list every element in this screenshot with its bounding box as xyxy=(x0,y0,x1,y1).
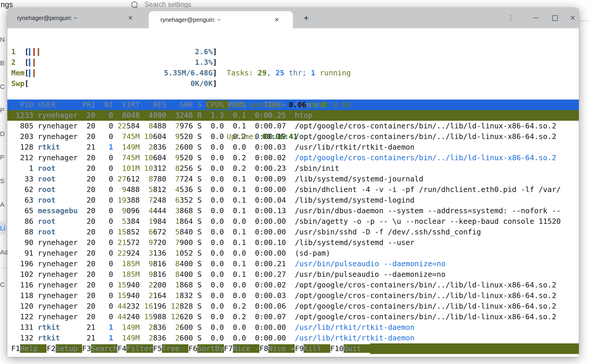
column-header-ni[interactable]: NI xyxy=(100,100,117,109)
cell-nice: 0 xyxy=(100,196,113,204)
value-thousands: 12 xyxy=(171,302,180,310)
terminal-content[interactable]: 1 [2.6%]2 [1.3%]Mem[5.35M/6.48G]Swp[0K/0… xyxy=(7,28,579,357)
cell-user: rynehager xyxy=(38,281,77,289)
process-row[interactable]: 196 rynehager 20 0 185M 9816 8400 S 0.0 … xyxy=(7,259,579,269)
value-thousands: 7 xyxy=(175,122,180,130)
sidebar-item-fragment[interactable]: D xyxy=(0,130,8,138)
column-header-shr[interactable]: SHR xyxy=(171,100,197,109)
value-thousands: 9 xyxy=(122,185,126,194)
process-row[interactable]: 132 rtkit 21 1 149M 2836 2600 S 0.0 0.0 … xyxy=(7,333,579,343)
column-header-res[interactable]: RES xyxy=(144,100,171,109)
sidebar-item-fragment[interactable]: P xyxy=(0,106,8,115)
uptime-value: 00:06:41 xyxy=(262,132,297,141)
menu-kebab-icon[interactable]: ⋮ xyxy=(506,8,515,28)
meter-close-bracket: ] xyxy=(213,78,217,89)
maximize-button[interactable] xyxy=(551,8,559,28)
column-header-cpu[interactable]: CPU% xyxy=(206,100,228,109)
close-window-button[interactable]: ✕ xyxy=(568,8,577,28)
column-header-user[interactable]: USER xyxy=(38,100,82,109)
terminal-window: rynehager@penguin: ~ ✕ rynehager@penguin… xyxy=(7,8,579,357)
fkey-f1[interactable]: F1Help xyxy=(11,343,47,354)
cell-command: /opt/google/cros-containers/bin/../lib/l… xyxy=(295,312,556,321)
sidebar-item-fragment[interactable]: C xyxy=(0,82,8,91)
process-row[interactable]: 102 rynehager 20 0 185M 9816 8400 S 0.0 … xyxy=(7,269,579,280)
fkey-number: F5 xyxy=(153,344,162,353)
fkey-number: F1 xyxy=(11,344,20,353)
process-row[interactable]: 63 root 20 0 19388 7248 6352 S 0.0 0.1 0… xyxy=(7,195,579,206)
fkey-f6[interactable]: F6SortBy xyxy=(188,343,224,354)
fkey-label: Tree xyxy=(162,344,188,353)
fkey-f4[interactable]: F4Filter xyxy=(117,343,153,354)
fkey-number: F8 xyxy=(259,344,268,353)
sidebar-item-fragment[interactable]: C xyxy=(0,280,8,289)
load-average-line: Load average: 0.06 0.08 0.04 xyxy=(227,100,351,110)
process-row[interactable]: 86 root 20 0 5384 1984 1864 S 0.0 0.0 0:… xyxy=(7,216,579,227)
fkey-label: Quit xyxy=(344,344,370,353)
sidebar-item-fragment[interactable]: P xyxy=(0,153,8,162)
process-row[interactable]: 118 rynehager 20 0 15940 2164 1832 S 0.0… xyxy=(7,290,579,301)
process-row[interactable]: 91 rynehager 20 0 22924 3136 1052 S 0.0 … xyxy=(7,248,579,259)
search-placeholder[interactable]: Search settings xyxy=(145,1,191,9)
process-row[interactable]: 88 root 20 0 15852 6672 5840 S 0.0 0.1 0… xyxy=(7,227,579,237)
screen: ngs Search settings NBCPDPSALiAdC ryneha… xyxy=(0,0,590,364)
value-thousands: 7 xyxy=(149,196,153,204)
value-thousands: 2 xyxy=(149,334,153,342)
meter-inner: 1.3% xyxy=(29,57,213,68)
new-tab-button[interactable]: + xyxy=(299,8,314,28)
settings-search-bar[interactable]: Search settings xyxy=(131,1,191,9)
fkey-f2[interactable]: F2Setup xyxy=(47,343,82,354)
value-thousands: 22 xyxy=(117,249,126,257)
meter-bar-blue xyxy=(29,69,30,77)
value-thousands: 3 xyxy=(149,249,153,257)
htop-meters-block: 1 [2.6%]2 [1.3%]Mem[5.35M/6.48G]Swp[0K/0… xyxy=(7,47,579,89)
process-row[interactable]: 1 root 20 0 101M 10312 8256 S 0.0 0.2 0:… xyxy=(7,163,579,174)
fkey-f5[interactable]: F5Tree xyxy=(153,343,188,354)
fkey-f3[interactable]: F3Search xyxy=(82,343,117,354)
process-row[interactable]: 65 messagebu 20 0 9096 4444 3868 S 0.0 0… xyxy=(7,206,579,216)
fkey-f10[interactable]: F10Quit xyxy=(330,343,370,354)
meter-open-bracket: [ xyxy=(24,78,29,89)
sidebar-item-fragment[interactable]: B xyxy=(0,59,8,68)
tab-close-icon[interactable]: ✕ xyxy=(272,16,281,23)
column-header-pid[interactable]: PID xyxy=(11,100,38,109)
fkey-f9[interactable]: F9Kill xyxy=(295,343,330,354)
process-row[interactable]: 62 root 20 0 9488 5812 4536 S 0.0 0.1 0:… xyxy=(7,184,579,195)
sidebar-item-fragment[interactable]: Ad xyxy=(0,248,8,257)
htop-function-key-bar: F1Help F2Setup F3SearchF4FilterF5Tree F6… xyxy=(7,343,579,354)
tab-close-icon[interactable]: ✕ xyxy=(126,14,135,21)
cell-nice: 1 xyxy=(100,143,113,151)
column-header-pri[interactable]: PRI xyxy=(82,100,100,109)
process-row[interactable]: 116 rynehager 20 0 15940 2200 1868 S 0.0… xyxy=(7,280,579,290)
meter-open-bracket: [ xyxy=(24,47,29,57)
column-header-s[interactable]: S xyxy=(197,100,206,109)
sidebar-item-fragment[interactable]: A xyxy=(0,200,8,209)
terminal-tab-active[interactable]: rynehager@penguin: ~ ✕ xyxy=(149,11,293,28)
value-thousands: 10 xyxy=(144,153,153,162)
fkey-f8[interactable]: F8Nice + xyxy=(259,343,295,354)
process-row[interactable]: 33 root 20 0 27612 8780 7724 S 0.0 0.1 0… xyxy=(7,174,579,184)
terminal-tab-inactive[interactable]: rynehager@penguin: ~ ✕ xyxy=(7,8,149,28)
value-thousands: 9 xyxy=(175,132,180,141)
fkey-f7[interactable]: F7Nice - xyxy=(224,343,259,354)
meter-bar-brown xyxy=(33,69,35,77)
cell-user: rynehager xyxy=(38,270,77,279)
cell-command: /usr/bin/dbus-daemon --system --address=… xyxy=(295,206,561,215)
cell-nice: 0 xyxy=(100,185,113,194)
cell-user: root xyxy=(38,217,77,226)
cell-command: /usr/bin/pulseaudio --daemonize=no xyxy=(295,259,445,268)
process-row[interactable]: 120 rynehager 20 0 44232 16196 12828 S 0… xyxy=(7,301,579,312)
sidebar-item-fragment[interactable]: N xyxy=(0,35,8,44)
sidebar-item-fragment[interactable]: Li xyxy=(0,224,8,233)
value-thousands: 7 xyxy=(175,175,180,183)
sidebar-item-fragment[interactable]: S xyxy=(0,177,8,186)
value-thousands: 2 xyxy=(149,291,153,300)
cell-nice: 1 xyxy=(100,323,113,332)
cell-user: root xyxy=(38,185,77,194)
value-thousands: 745M xyxy=(122,132,140,141)
process-row[interactable]: 122 rynehager 20 0 44240 15988 12620 S 0… xyxy=(7,312,579,322)
column-header-virt[interactable]: VIRT xyxy=(117,100,144,109)
process-row[interactable]: 131 rtkit 21 1 149M 2836 2600 S 0.0 0.0 … xyxy=(7,322,579,333)
minimize-button[interactable] xyxy=(531,8,540,28)
process-row[interactable]: 90 rynehager 20 0 21572 9720 7900 S 0.0 … xyxy=(7,237,579,248)
value-thousands: 7 xyxy=(175,238,180,247)
